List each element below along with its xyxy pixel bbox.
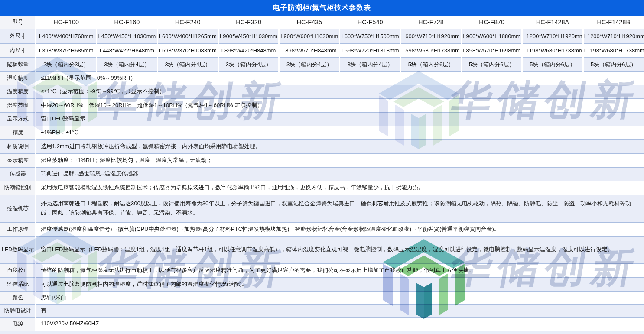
- spec-value: 传统的防潮箱，氮气柜湿度无法进行自动校正，以便有很多客户反应湿度精准问题，为了更…: [36, 263, 644, 277]
- spec-value: ≤±1℃（显示范围：-9℃～99℃，只显示不控制）: [36, 85, 644, 98]
- row-label: 控湿机芯: [0, 195, 36, 222]
- spec-value: ≤±1%RH（显示范围：0%～99%RH）: [36, 71, 644, 85]
- row-label: 材质说明: [0, 139, 36, 153]
- page-title: 电子防潮柜/氮气柜技术参数表: [0, 0, 644, 16]
- row-label: 自我校正: [0, 263, 36, 277]
- models-row-label: 型号: [0, 16, 36, 29]
- row-label: 防静电设计: [0, 304, 36, 317]
- model-name: HC-F1428B: [583, 16, 644, 29]
- row-label: 防潮箱控制: [0, 181, 36, 195]
- spec-value: 中湿20～60RH%、低湿10～20RH%、超低湿1～10RH%（氮气柜1～60…: [36, 98, 644, 112]
- row-label: 精度: [0, 126, 36, 139]
- grid-cell: L598*W720*H1318mm: [340, 43, 400, 57]
- row-label: 颜色: [0, 291, 36, 304]
- spec-value: 外壳选用南韩进口工程塑胶，耐温达300度以上，设计使用寿命为30年以上，分子筛为…: [36, 195, 644, 222]
- row-label: 显示精度: [0, 153, 36, 167]
- spec-value: 有: [36, 304, 644, 317]
- model-name: HC-F728: [400, 16, 461, 29]
- grid-cell: 5块（箱内分6层）: [583, 57, 644, 71]
- spec-value: 瑞典进口品牌--盛世瑞恩--温湿度传感器: [36, 167, 644, 181]
- model-name: HC-F540: [340, 16, 400, 29]
- grid-cell: 3块（箱内分4层）: [97, 57, 157, 71]
- row-label: 温度精度: [0, 85, 36, 98]
- bottom-strip: [0, 331, 644, 334]
- model-name: HC-F160: [97, 16, 157, 29]
- spec-value: ±1%RH，±1℃: [36, 126, 644, 139]
- row-label: LED数码显示: [0, 236, 36, 263]
- row-label: 湿度范围: [0, 98, 36, 112]
- spec-value: 湿度传感器(湿度和温度信号)→微电脑(CPU中央处理器)→加热器(高分子材料PT…: [36, 222, 644, 236]
- grid-cell: L400*W400*H760mm: [36, 29, 97, 43]
- spec-value: 采用微电脑智能模糊湿度惯性系统控制技术；传感器为瑞典原装进口，数字化频率输出端口…: [36, 181, 644, 195]
- grid-cell: L898*W570*H848mm: [279, 43, 340, 57]
- model-name: HC-F320: [218, 16, 279, 29]
- row-label: 隔板数量: [0, 57, 36, 71]
- grid-cell: 5块（箱内分6层）: [400, 57, 461, 71]
- spec-value: 黑/白/米白: [36, 291, 644, 304]
- grid-cell: L900*W600*H1030mm: [279, 29, 340, 43]
- row-label: 显示方式: [0, 112, 36, 126]
- grid-cell: 3块（箱内分4层）: [157, 57, 218, 71]
- spec-table-body: 型号HC-F100HC-F160HC-F240HC-F320HC-F435HC-…: [0, 16, 644, 334]
- model-name: HC-F100: [36, 16, 97, 29]
- grid-cell: L1200*W710*H1920mm: [583, 29, 644, 43]
- spec-value: 湿度波动度：±1%RH；湿度比较均匀，温度：温度为常温，无波动；: [36, 153, 644, 167]
- grid-cell: L900*W600*H1880mm: [462, 29, 522, 43]
- model-name: HC-F870: [462, 16, 522, 29]
- spec-table: 型号HC-F100HC-F160HC-F240HC-F320HC-F435HC-…: [0, 16, 644, 334]
- grid-cell: L600*W750*H1500mm: [340, 29, 400, 43]
- grid-cell: 3块（箱内分4层）: [279, 57, 340, 71]
- model-name: HC-F1428A: [522, 16, 583, 29]
- row-label: 监控系统: [0, 277, 36, 291]
- grid-cell: 5块（箱内分6层）: [462, 57, 522, 71]
- grid-cell: L600*W400*H1265mm: [157, 29, 218, 43]
- model-name: HC-F435: [279, 16, 340, 29]
- model-name: HC-F240: [157, 16, 218, 29]
- grid-cell: 5块（箱内分6层）: [522, 57, 583, 71]
- row-label: 内尺寸: [0, 43, 36, 57]
- row-label: 外尺寸: [0, 29, 36, 43]
- grid-cell: L450*W450*H1030mm: [97, 29, 157, 43]
- grid-cell: L900*W450*H1030mm: [218, 29, 279, 43]
- spec-value: 窗口LED数码显示: [36, 112, 644, 126]
- grid-cell: L1198*W680*H1738mm: [583, 43, 644, 57]
- grid-cell: L398*W375*H685mm: [36, 43, 97, 57]
- row-label: 传感器: [0, 167, 36, 181]
- page: 电子防潮柜/氮气柜技术参数表 型号HC-F100HC-F160HC-F240HC…: [0, 0, 644, 334]
- spec-value: 110V/220V-50HZ/60HZ: [36, 317, 644, 331]
- spec-value: 选用1.2mm进口冷轧钢板冲压折弯成型，氩弧精密焊接，内外表面均采用静电喷塑处理…: [36, 139, 644, 153]
- grid-cell: L600*W710*H1920mm: [400, 29, 461, 43]
- grid-cell: 3块（箱内分4层）: [218, 57, 279, 71]
- spec-value: 可以通过电脑监测防潮柜内的温湿度，适时知道箱子内部的温湿度变化情况(选配)。: [36, 277, 644, 291]
- grid-cell: L598*W680*H1738mm: [400, 43, 461, 57]
- spec-value: 窗口LED数码显示（LED数码管：温度1组，湿度1组，适度调节杆1组，可以任意调…: [36, 236, 644, 263]
- grid-cell: L598*W370*H1083mm: [157, 43, 218, 57]
- grid-cell: L898*W570*H1698mm: [462, 43, 522, 57]
- row-label: 工作原理: [0, 222, 36, 236]
- grid-cell: 2块（箱内分3层）: [36, 57, 97, 71]
- grid-cell: L898*W420*H848mm: [218, 43, 279, 57]
- row-label: 电源: [0, 317, 36, 331]
- grid-cell: 3块（箱内分4层）: [340, 57, 400, 71]
- grid-cell: L1200*W710*H1920mm: [522, 29, 583, 43]
- grid-cell: L448*W422*H848mm: [97, 43, 157, 57]
- grid-cell: L1198*W680*H1738mm: [522, 43, 583, 57]
- row-label: 湿度精度: [0, 71, 36, 85]
